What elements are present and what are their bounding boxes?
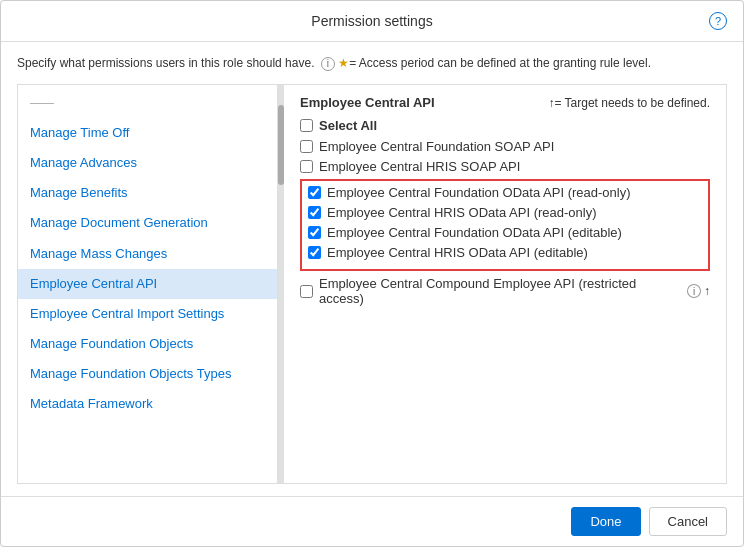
main-panel: Employee Central API ↑= Target needs to … <box>284 85 726 483</box>
sidebar-item-manage-foundation-objects[interactable]: Manage Foundation Objects <box>18 329 277 359</box>
checkbox-hris-soap[interactable] <box>300 160 313 173</box>
sidebar: —— Manage Time Off Manage Advances Manag… <box>18 85 278 483</box>
compound-employee-target-icon: ↑ <box>704 284 710 298</box>
checkbox-hris-odata-readonly[interactable] <box>308 206 321 219</box>
dialog-header: Permission settings ? <box>1 1 743 42</box>
checkbox-hris-odata-editable[interactable] <box>308 246 321 259</box>
sidebar-item-metadata-framework[interactable]: Metadata Framework <box>18 389 277 419</box>
done-button[interactable]: Done <box>571 507 640 536</box>
label-foundation-odata-editable[interactable]: Employee Central Foundation OData API (e… <box>327 225 622 240</box>
checkbox-row-compound-employee: Employee Central Compound Employee API (… <box>300 276 710 306</box>
description-info-icon[interactable]: i <box>321 57 335 71</box>
sidebar-item-manage-benefits[interactable]: Manage Benefits <box>18 178 277 208</box>
checkbox-row-foundation-odata-readonly: Employee Central Foundation OData API (r… <box>308 185 702 200</box>
scroll-indicator <box>278 85 284 483</box>
sidebar-item-manage-foundation-objects-types[interactable]: Manage Foundation Objects Types <box>18 359 277 389</box>
sidebar-item-employee-central-import-settings[interactable]: Employee Central Import Settings <box>18 299 277 329</box>
panel-title: Employee Central API <box>300 95 435 110</box>
label-foundation-soap[interactable]: Employee Central Foundation SOAP API <box>319 139 554 154</box>
compound-employee-info-icon[interactable]: i <box>687 284 701 298</box>
label-foundation-odata-readonly[interactable]: Employee Central Foundation OData API (r… <box>327 185 631 200</box>
highlighted-section: Employee Central Foundation OData API (r… <box>300 179 710 271</box>
checkbox-row-hris-odata-readonly: Employee Central HRIS OData API (read-on… <box>308 205 702 220</box>
checkbox-row-hris-soap: Employee Central HRIS SOAP API <box>300 159 710 174</box>
select-all-label[interactable]: Select All <box>319 118 377 133</box>
scroll-thumb[interactable] <box>278 105 284 185</box>
checkbox-foundation-odata-editable[interactable] <box>308 226 321 239</box>
select-all-row: Select All <box>300 118 710 133</box>
dialog-footer: Done Cancel <box>1 496 743 546</box>
sidebar-item-manage-time-off[interactable]: Manage Time Off <box>18 118 277 148</box>
label-hris-odata-editable[interactable]: Employee Central HRIS OData API (editabl… <box>327 245 588 260</box>
checkbox-row-foundation-soap: Employee Central Foundation SOAP API <box>300 139 710 154</box>
permission-settings-dialog: Permission settings ? Specify what permi… <box>0 0 744 547</box>
sidebar-item-employee-central-api[interactable]: Employee Central API <box>18 269 277 299</box>
checkbox-foundation-odata-readonly[interactable] <box>308 186 321 199</box>
dialog-body: Specify what permissions users in this r… <box>1 42 743 496</box>
cancel-button[interactable]: Cancel <box>649 507 727 536</box>
description-text: Specify what permissions users in this r… <box>17 54 727 72</box>
checkbox-row-foundation-odata-editable: Employee Central Foundation OData API (e… <box>308 225 702 240</box>
label-hris-odata-readonly[interactable]: Employee Central HRIS OData API (read-on… <box>327 205 597 220</box>
select-all-checkbox[interactable] <box>300 119 313 132</box>
checkbox-foundation-soap[interactable] <box>300 140 313 153</box>
sidebar-item-truncated: —— <box>18 89 277 118</box>
label-compound-employee[interactable]: Employee Central Compound Employee API (… <box>319 276 684 306</box>
checkbox-row-hris-odata-editable: Employee Central HRIS OData API (editabl… <box>308 245 702 260</box>
sidebar-item-manage-mass-changes[interactable]: Manage Mass Changes <box>18 239 277 269</box>
sidebar-item-manage-advances[interactable]: Manage Advances <box>18 148 277 178</box>
dialog-title: Permission settings <box>311 13 432 29</box>
label-hris-soap[interactable]: Employee Central HRIS SOAP API <box>319 159 520 174</box>
target-note: ↑= Target needs to be defined. <box>548 96 710 110</box>
sidebar-item-manage-document-generation[interactable]: Manage Document Generation <box>18 208 277 238</box>
content-area: —— Manage Time Off Manage Advances Manag… <box>17 84 727 484</box>
panel-header: Employee Central API ↑= Target needs to … <box>300 95 710 110</box>
checkbox-compound-employee[interactable] <box>300 285 313 298</box>
help-icon[interactable]: ? <box>709 12 727 30</box>
